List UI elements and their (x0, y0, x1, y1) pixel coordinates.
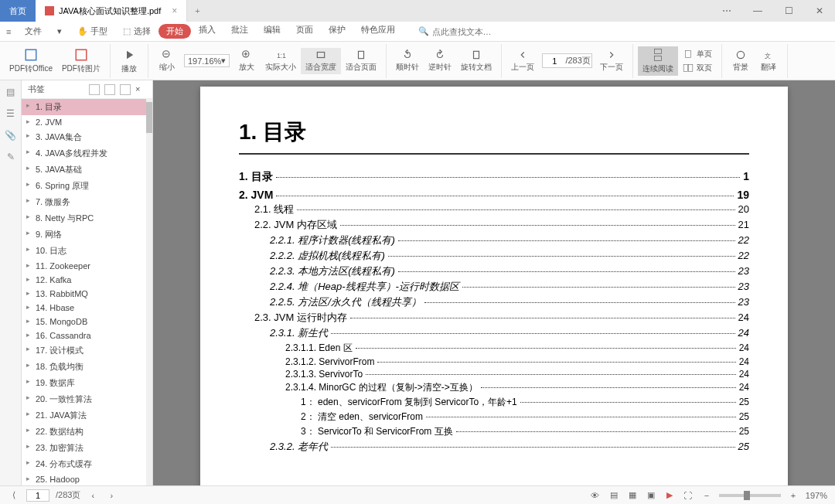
bookmark-item[interactable]: 20. 一致性算法 (22, 391, 152, 407)
scrollbar-thumb[interactable] (146, 102, 152, 133)
toc-entry[interactable]: 2.3. JVM 运行时内存24 (239, 311, 749, 325)
tab-new[interactable]: + (187, 0, 207, 22)
tool-rotate-doc[interactable]: 旋转文档 (456, 48, 496, 74)
menu-file[interactable]: 文件 (17, 26, 49, 37)
tool-rotate-cw[interactable]: 顺时针 (391, 48, 424, 74)
zoom-value[interactable]: 197.16% ▾ (184, 54, 230, 67)
zoom-slider-thumb[interactable] (744, 491, 750, 500)
zoom-slider[interactable] (719, 494, 781, 497)
page-indicator[interactable]: /283页 (542, 53, 591, 68)
bookmark-item[interactable]: 16. Cassandra (22, 329, 152, 342)
tool-fit-page[interactable]: 适合页面 (341, 48, 381, 74)
sb-eye-icon[interactable]: 👁 (589, 489, 602, 502)
tool-pdf-to-image[interactable]: PDF转图片 (57, 46, 105, 76)
page-input[interactable] (544, 56, 565, 66)
bookmark-item[interactable]: 10. 日志 (22, 243, 152, 259)
sb-layout2-icon[interactable]: ▦ (626, 489, 639, 502)
toc-entry[interactable]: 2.2.1. 程序计数器(线程私有)22 (239, 233, 749, 247)
sb-zoom-out-icon[interactable]: − (700, 489, 713, 502)
menu-编辑[interactable]: 编辑 (256, 24, 288, 39)
tool-select[interactable]: ⬚ 选择 (115, 26, 158, 37)
toc-entry[interactable]: 2.3.1. 新生代24 (239, 326, 749, 340)
tool-rotate-ccw[interactable]: 逆时针 (424, 48, 456, 74)
tool-zoom-in[interactable]: 放大 (233, 48, 261, 74)
sidebar-tool-3-icon[interactable] (120, 84, 131, 95)
bookmark-item[interactable]: 4. JAVA多线程并发 (22, 145, 152, 162)
toc-entry[interactable]: 2.3.1.3. ServivorTo24 (239, 369, 749, 380)
toc-entry[interactable]: 2.3.1.4. MinorGC 的过程（复制->清空->互换）24 (239, 381, 749, 394)
tool-background[interactable]: 背景 (727, 48, 755, 74)
toc-entry[interactable]: 2.1. 线程20 (239, 203, 749, 216)
sb-play-icon[interactable]: ▶ (663, 489, 676, 502)
sidebar-tool-1-icon[interactable] (89, 84, 100, 95)
tool-fit-width[interactable]: 适合宽度 (301, 48, 341, 74)
tool-double-page[interactable]: 双页 (678, 61, 717, 75)
window-close-icon[interactable]: ✕ (804, 0, 835, 22)
tool-hand[interactable]: ✋ 手型 (70, 26, 115, 37)
toc-entry[interactable]: 1： eden、servicorFrom 复制到 ServicorTo，年龄+1… (239, 396, 749, 409)
bookmark-item[interactable]: 22. 数据结构 (22, 424, 152, 440)
toc-entry[interactable]: 2.2. JVM 内存区域21 (239, 218, 749, 232)
bookmark-item[interactable]: 3. JAVA集合 (22, 129, 152, 145)
sb-zoom-in-icon[interactable]: + (787, 489, 799, 502)
toc-entry[interactable]: 2.3.2. 老年代25 (239, 440, 749, 454)
tab-file[interactable]: JAVA核心面试知识整理.pdf × (36, 0, 187, 22)
menu-插入[interactable]: 插入 (191, 24, 223, 39)
bookmark-item[interactable]: 21. JAVA算法 (22, 407, 152, 424)
bookmark-item[interactable]: 11. Zookeeper (22, 259, 152, 273)
toc-entry[interactable]: 2. JVM19 (239, 189, 749, 201)
tool-next-page[interactable]: 下一页 (595, 48, 628, 74)
sidebar-tool-2-icon[interactable] (104, 84, 115, 95)
menu-保护[interactable]: 保护 (321, 24, 353, 39)
menu-特色应用[interactable]: 特色应用 (353, 24, 403, 39)
bookmark-item[interactable]: 18. 负载均衡 (22, 359, 152, 375)
toc-entry[interactable]: 2.2.3. 本地方法区(线程私有)23 (239, 264, 749, 278)
bookmark-item[interactable]: 14. Hbase (22, 301, 152, 315)
sb-layout1-icon[interactable]: ▤ (608, 489, 620, 502)
bookmark-item[interactable]: 12. Kafka (22, 273, 152, 287)
toc-entry[interactable]: 2.2.4. 堆（Heap-线程共享）-运行时数据区23 (239, 280, 749, 294)
bookmark-item[interactable]: 23. 加密算法 (22, 440, 152, 456)
window-maximize-icon[interactable]: ☐ (773, 0, 804, 22)
bookmark-item[interactable]: 8. Netty 与RPC (22, 210, 152, 226)
bookmark-item[interactable]: 24. 分布式缓存 (22, 456, 152, 472)
toc-entry[interactable]: 2.3.1.2. ServivorFrom24 (239, 356, 749, 367)
bookmark-item[interactable]: 6. Spring 原理 (22, 178, 152, 194)
bookmark-item[interactable]: 5. JAVA基础 (22, 162, 152, 178)
toc-entry[interactable]: 3： ServicorTo 和 ServicorFrom 互换25 (239, 425, 749, 438)
document-viewport[interactable]: 1. 目录 1. 目录12. JVM192.1. 线程202.2. JVM 内存… (153, 80, 835, 485)
tool-pdf-to-office[interactable]: PDF转Office (5, 46, 57, 76)
rail-attachment-icon[interactable]: 📎 (4, 128, 18, 142)
bookmark-item[interactable]: 17. 设计模式 (22, 342, 152, 359)
bookmark-item[interactable]: 25. Hadoop (22, 472, 152, 485)
sb-layout3-icon[interactable]: ▣ (645, 489, 657, 502)
menu-开始[interactable]: 开始 (158, 24, 191, 39)
bookmark-item[interactable]: 19. 数据库 (22, 375, 152, 391)
tool-single-page[interactable]: 单页 (678, 47, 717, 61)
tab-home[interactable]: 首页 (0, 0, 36, 22)
sb-prev-icon[interactable]: ‹ (87, 489, 99, 502)
menu-file-dropdown-icon[interactable]: ▾ (49, 26, 70, 36)
window-minimize-icon[interactable]: — (742, 0, 773, 22)
sb-next-icon[interactable]: › (105, 489, 118, 502)
rail-signature-icon[interactable]: ✎ (4, 150, 18, 164)
sb-page-input[interactable] (26, 489, 49, 502)
tool-actual-size[interactable]: 1:1实际大小 (261, 48, 301, 74)
rail-bookmark-icon[interactable]: ▤ (4, 85, 18, 99)
bookmark-item[interactable]: 13. RabbitMQ (22, 287, 152, 301)
bookmark-item[interactable]: 1. 目录 (22, 99, 152, 115)
tool-translate[interactable]: 文翻译 (755, 48, 782, 74)
toc-entry[interactable]: 2.2.5. 方法区/永久代（线程共享）23 (239, 295, 749, 309)
bookmark-item[interactable]: 9. 网络 (22, 226, 152, 243)
bookmark-item[interactable]: 15. MongoDB (22, 315, 152, 329)
menu-批注[interactable]: 批注 (223, 24, 256, 39)
window-settings-icon[interactable]: ⋯ (711, 0, 742, 22)
menu-hamburger-icon[interactable]: ≡ (0, 27, 17, 36)
tool-continuous[interactable]: 连续阅读 (638, 46, 678, 76)
toc-entry[interactable]: 2.2.2. 虚拟机栈(线程私有)22 (239, 249, 749, 263)
toc-entry[interactable]: 2： 清空 eden、servicorFrom25 (239, 410, 749, 424)
sb-collapse-icon[interactable]: ⟨ (8, 489, 20, 502)
bookmark-item[interactable]: 7. 微服务 (22, 194, 152, 210)
tab-close-icon[interactable]: × (172, 5, 177, 16)
toc-entry[interactable]: 1. 目录1 (239, 170, 749, 184)
